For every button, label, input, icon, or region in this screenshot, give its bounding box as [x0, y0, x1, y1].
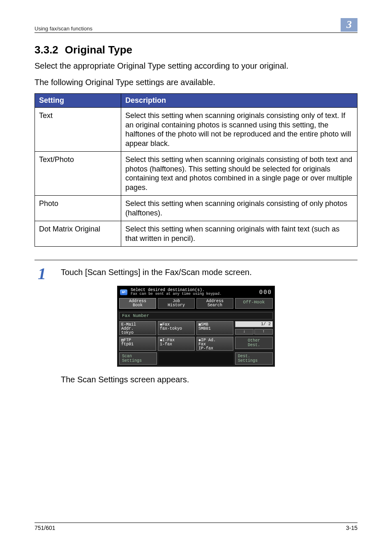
- dest-ifax[interactable]: ◆I-Fax i-fax: [158, 337, 195, 351]
- divider: [35, 260, 357, 260]
- page-down-button[interactable]: ↓: [235, 329, 254, 335]
- cell-setting: Text/Photo: [35, 152, 121, 196]
- page-footer: 751/601 3-15: [35, 523, 357, 531]
- tab-address-search[interactable]: Address Search: [196, 298, 233, 309]
- off-hook-button[interactable]: Off-Hook: [235, 298, 273, 309]
- dest-smb01[interactable]: ▣SMB SMB01: [196, 321, 233, 335]
- intro-paragraph-1: Select the appropriate Original Type set…: [35, 60, 357, 71]
- table-row: Text/Photo Select this setting when scan…: [35, 152, 357, 196]
- step-1: 1 Touch [Scan Settings] in the Fax/Scan …: [35, 265, 357, 282]
- section-badge: 3: [341, 18, 357, 32]
- device-screen: AA Select desired destination(s). Fax ca…: [117, 286, 275, 367]
- dest-ipfax[interactable]: ◆IP Ad. Fax IP-fax: [196, 337, 233, 351]
- running-head-row: Using fax/scan functions 3: [35, 18, 357, 33]
- tab-job-history[interactable]: Job History: [158, 298, 195, 309]
- cell-setting: Text: [35, 108, 121, 152]
- page-up-button[interactable]: ↑: [254, 329, 273, 335]
- page-indicator: 1/ 2: [235, 321, 273, 327]
- settings-table: Setting Description Text Select this set…: [35, 93, 357, 247]
- section-title: Original Type: [65, 44, 132, 56]
- fax-number-field[interactable]: Fax Number: [119, 312, 273, 319]
- step-text: Touch [Scan Settings] in the Fax/Scan mo…: [61, 265, 252, 277]
- cell-setting: Photo: [35, 196, 121, 221]
- dest-email-tokyo[interactable]: E-Mail Addr. tokyo: [119, 321, 156, 335]
- svg-text:1: 1: [38, 265, 46, 282]
- step-number-icon: 1: [35, 265, 51, 282]
- running-head: Using fax/scan functions: [35, 25, 92, 32]
- dest-fax-tokyo[interactable]: ◆Fax fax-tokyo: [158, 321, 195, 335]
- device-title-line2: Fax can be sent at any time using keypad…: [131, 292, 256, 296]
- tab-address-book[interactable]: Address Book: [119, 298, 156, 309]
- section-heading: 3.3.2 Original Type: [35, 44, 357, 56]
- intro-paragraph-2: The following Original Type settings are…: [35, 77, 357, 88]
- table-row: Dot Matrix Original Select this setting …: [35, 221, 357, 247]
- col-header-description: Description: [121, 94, 357, 108]
- step-after-text: The Scan Settings screen appears.: [61, 375, 357, 384]
- other-dest-button[interactable]: Other Dest.: [235, 337, 273, 349]
- cell-setting: Dot Matrix Original: [35, 221, 121, 247]
- section-number: 3.3.2: [35, 44, 58, 56]
- cell-description: Select this setting when scanning origin…: [121, 196, 357, 221]
- device-logo-icon: AA: [120, 289, 127, 295]
- cell-description: Select this setting when scanning origin…: [121, 108, 357, 152]
- footer-right: 3-15: [346, 525, 357, 531]
- copy-counter: 000: [259, 289, 272, 296]
- bottom-filler: [159, 352, 233, 365]
- table-row: Photo Select this setting when scanning …: [35, 196, 357, 221]
- table-row: Text Select this setting when scanning o…: [35, 108, 357, 152]
- scan-settings-button[interactable]: Scan Settings: [119, 352, 157, 365]
- footer-left: 751/601: [35, 525, 55, 531]
- cell-description: Select this setting when scanning origin…: [121, 152, 357, 196]
- col-header-setting: Setting: [35, 94, 121, 108]
- dest-ftp01[interactable]: ▤FTP ftp01: [119, 337, 156, 351]
- cell-description: Select this setting when scanning origin…: [121, 221, 357, 247]
- dest-settings-button[interactable]: Dest. Settings: [235, 352, 273, 365]
